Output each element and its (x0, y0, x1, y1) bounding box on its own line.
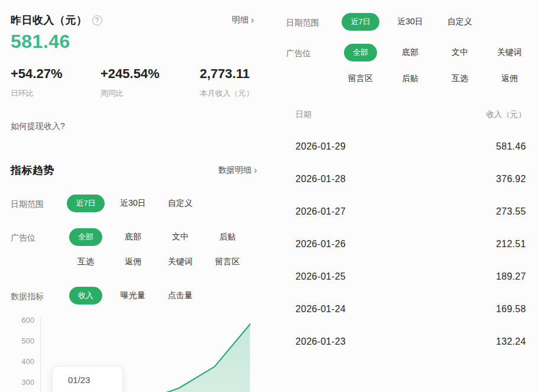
filter-option-unselected[interactable]: 近30日 (397, 17, 423, 27)
date-cell: 2026-01-27 (296, 206, 346, 217)
income-cell: 581.46 (496, 141, 526, 152)
trend-detail-link-label: 数据明细 (218, 165, 251, 176)
filter-group: 日期范围近7日近30日自定义 (286, 13, 537, 39)
filter-option-slot: 返佣 (485, 70, 534, 88)
filter-option-slot: 近30日 (385, 13, 435, 31)
help-icon[interactable]: ? (92, 15, 102, 25)
column-header-income: 收入（元） (486, 109, 527, 120)
trend-card-title: 指标趋势 (11, 163, 54, 177)
withdraw-help-link[interactable]: 如何提现收入? (11, 121, 65, 132)
stat-label: 日环比 (11, 88, 100, 99)
filter-option-unselected[interactable]: 点击量 (168, 290, 193, 301)
filter-group: 广告位全部底部文中后贴互选返佣关键词留言区 (11, 229, 253, 278)
filter-option-unselected[interactable]: 留言区 (215, 257, 240, 267)
filter-option-unselected[interactable]: 文中 (452, 47, 468, 58)
filter-option-slot: 后贴 (385, 70, 435, 88)
income-cell: 376.92 (496, 174, 526, 184)
filter-label: 广告位 (11, 229, 62, 278)
filter-option-slot: 自定义 (157, 195, 204, 212)
income-stats-row: +54.27%日环比+245.54%周同比2,773.11本月收入（元） (11, 66, 254, 99)
right-panel: 日期范围近7日近30日自定义广告位全部底部文中关键词留言区后贴互选返佣 日期 收… (270, 0, 539, 392)
stat-item: +54.27%日环比 (11, 66, 100, 99)
filter-option-unselected[interactable]: 关键词 (497, 47, 522, 58)
filter-option-unselected[interactable]: 底部 (402, 47, 418, 58)
filter-option-unselected[interactable]: 留言区 (348, 73, 373, 84)
trend-chart[interactable]: 01/23 132.24 600500400300 (0, 316, 254, 392)
chevron-right-icon: › (251, 16, 254, 24)
detail-filters: 日期范围近7日近30日自定义广告位全部底部文中关键词留言区后贴互选返佣 (286, 13, 537, 101)
filter-option-selected[interactable]: 近7日 (342, 13, 379, 31)
yesterday-income-amount: 581.46 (11, 31, 70, 53)
filter-option-unselected[interactable]: 底部 (125, 232, 141, 242)
filter-group: 数据指标收入曝光量点击量 (11, 287, 253, 312)
filter-option-slot: 全部 (336, 44, 385, 61)
filter-group: 广告位全部底部文中关键词留言区后贴互选返佣 (286, 44, 537, 96)
filter-option-slot: 近7日 (62, 195, 109, 212)
filter-option-slot: 后贴 (204, 229, 251, 245)
income-cell: 189.27 (496, 271, 526, 282)
filter-options: 近7日近30日自定义 (62, 195, 252, 220)
trend-detail-link[interactable]: 数据明细 › (218, 165, 257, 176)
table-row: 2026-01-26212.51 (296, 228, 526, 260)
filter-option-slot: 文中 (435, 44, 485, 61)
stat-value: +245.54% (100, 66, 200, 82)
stat-item: +245.54%周同比 (100, 66, 200, 99)
table-header: 日期 收入（元） (296, 108, 526, 122)
filter-option-slot: 关键词 (157, 254, 204, 270)
chart-tooltip: 01/23 132.24 (52, 366, 123, 392)
filter-option-unselected[interactable]: 关键词 (168, 257, 193, 267)
filter-option-unselected[interactable]: 后贴 (402, 73, 418, 84)
filter-option-slot: 自定义 (435, 13, 485, 31)
filter-option-unselected[interactable]: 后贴 (219, 232, 236, 242)
filter-option-unselected[interactable]: 文中 (172, 232, 189, 242)
income-cell: 212.51 (496, 239, 526, 250)
filter-option-unselected[interactable]: 曝光量 (121, 290, 145, 301)
filter-label: 数据指标 (11, 287, 62, 312)
filter-option-slot: 留言区 (204, 254, 251, 270)
filter-option-selected[interactable]: 全部 (344, 44, 377, 61)
filter-option-selected[interactable]: 全部 (69, 228, 102, 246)
y-axis-tick-label: 600 (15, 316, 34, 325)
income-cell: 169.58 (496, 304, 526, 315)
filter-option-slot: 收入 (62, 287, 109, 304)
income-area-chart[interactable] (0, 316, 254, 392)
date-cell: 2026-01-26 (296, 239, 346, 250)
filter-option-unselected[interactable]: 自定义 (168, 198, 193, 209)
stat-value: +54.27% (11, 66, 100, 82)
income-card-header: 昨日收入（元） ? 明细 › (11, 13, 254, 27)
tooltip-date: 01/23 (68, 374, 122, 386)
filter-option-slot: 曝光量 (109, 287, 157, 304)
ad-revenue-dashboard: 昨日收入（元） ? 明细 › 581.46 +54.27%日环比+245.54%… (0, 0, 539, 392)
date-cell: 2026-01-24 (296, 304, 346, 315)
filter-option-unselected[interactable]: 近30日 (120, 198, 146, 209)
filter-option-slot: 底部 (109, 229, 157, 245)
filter-option-unselected[interactable]: 返佣 (125, 257, 141, 267)
left-panel: 昨日收入（元） ? 明细 › 581.46 +54.27%日环比+245.54%… (0, 0, 260, 392)
y-axis-tick-label: 400 (15, 357, 34, 367)
filter-option-selected[interactable]: 近7日 (67, 195, 104, 212)
income-card-title: 昨日收入（元） (11, 13, 87, 27)
filter-label: 日期范围 (11, 195, 62, 220)
stat-value: 2,773.11 (200, 66, 254, 82)
y-axis-tick-label: 500 (15, 336, 34, 346)
y-axis-tick-label: 300 (15, 378, 34, 387)
income-detail-link-label: 明细 (232, 15, 248, 25)
stat-item: 2,773.11本月收入（元） (200, 66, 254, 99)
filter-option-slot: 近30日 (109, 195, 157, 212)
filter-option-unselected[interactable]: 互选 (452, 73, 468, 84)
filter-label: 日期范围 (286, 13, 336, 39)
filter-option-slot: 全部 (62, 229, 109, 245)
date-cell: 2026-01-29 (296, 141, 346, 152)
table-row: 2026-01-25189.27 (296, 260, 526, 293)
filter-option-unselected[interactable]: 自定义 (447, 17, 472, 27)
table-row: 2026-01-23132.24 (296, 325, 526, 358)
filter-option-unselected[interactable]: 互选 (77, 257, 94, 267)
filter-option-selected[interactable]: 收入 (69, 287, 102, 304)
filter-option-unselected[interactable]: 返佣 (501, 73, 518, 84)
income-cell: 273.55 (496, 206, 526, 217)
income-detail-link[interactable]: 明细 › (232, 15, 254, 25)
chevron-right-icon: › (254, 166, 257, 174)
date-cell: 2026-01-25 (296, 271, 346, 282)
income-table: 日期 收入（元） 2026-01-29581.462026-01-28376.9… (296, 108, 526, 358)
filter-option-slot: 留言区 (336, 70, 385, 88)
